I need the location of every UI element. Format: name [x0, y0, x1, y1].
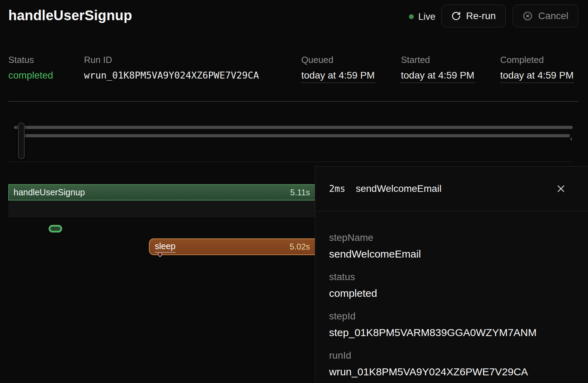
cancel-label: Cancel — [538, 10, 568, 22]
minimap-span-sleep — [20, 134, 570, 137]
function-span-label: handleUserSignup — [14, 187, 85, 197]
step-field: status completed — [329, 271, 574, 299]
step-name-label: stepName — [329, 232, 574, 243]
run-id-value: wrun_01K8PM5VA9Y024XZ6PWE7V29CA — [84, 70, 259, 81]
step-run-id-label: runId — [329, 350, 574, 361]
close-panel-button[interactable] — [555, 183, 566, 194]
step-run-id-value: wrun_01K8PM5VA9Y024XZ6PWE7V29CA — [329, 366, 574, 378]
page-title: handleUserSignup — [8, 8, 132, 23]
step-detail-header: 2ms sendWelcomeEmail — [315, 166, 588, 211]
rerun-button[interactable]: Re-run — [441, 5, 506, 27]
step-pill-marker[interactable] — [49, 225, 62, 233]
queued-label: Queued — [301, 55, 334, 65]
cancel-circle-x-icon — [522, 11, 533, 21]
queued-value: today at 4:59 PM — [301, 70, 375, 83]
step-status-label: status — [329, 271, 574, 283]
close-icon — [556, 184, 566, 194]
started-label: Started — [401, 55, 430, 65]
selected-row-highlight — [8, 201, 315, 217]
sleep-span-label: sleep — [155, 241, 176, 253]
step-title: sendWelcomeEmail — [356, 183, 442, 194]
started-value: today at 4:59 PM — [401, 70, 474, 83]
workflow-run-page: handleUserSignup Live Re-run Cancel Stat… — [0, 0, 588, 383]
header-divider — [8, 101, 579, 102]
run-id-label: Run ID — [84, 55, 112, 65]
rerun-label: Re-run — [466, 10, 496, 22]
status-value: completed — [8, 70, 53, 81]
live-dot-icon — [409, 14, 414, 19]
live-indicator: Live — [409, 11, 436, 22]
step-detail-panel: 2ms sendWelcomeEmail stepName sendWelcom… — [315, 166, 588, 383]
step-id-label: stepId — [329, 311, 574, 322]
step-field: runId wrun_01K8PM5VA9Y024XZ6PWE7V29CA — [329, 350, 574, 378]
completed-label: Completed — [500, 55, 544, 65]
minimap-span-function — [14, 126, 573, 129]
minimap-marker — [571, 138, 572, 140]
step-duration: 2ms — [329, 184, 345, 194]
sleep-span-duration: 5.02s — [289, 242, 310, 252]
timeline-span-sleep[interactable]: sleep 5.02s — [149, 238, 315, 255]
timeline-scrubber-handle[interactable] — [18, 122, 25, 159]
function-span-duration: 5.11s — [290, 188, 310, 197]
timeline-divider — [8, 162, 573, 162]
refresh-icon — [451, 11, 461, 21]
status-label: Status — [8, 55, 34, 65]
cancel-button[interactable]: Cancel — [513, 5, 578, 27]
step-detail-body: stepName sendWelcomeEmail status complet… — [315, 211, 588, 378]
live-label: Live — [418, 11, 436, 22]
step-field: stepId step_01K8PM5VARM839GGA0WZYM7ANM — [329, 311, 574, 339]
step-name-value: sendWelcomeEmail — [329, 248, 574, 260]
completed-value: today at 4:59 PM — [500, 70, 574, 83]
step-id-value: step_01K8PM5VARM839GGA0WZYM7ANM — [329, 326, 574, 339]
step-field: stepName sendWelcomeEmail — [329, 232, 574, 260]
step-status-value: completed — [329, 287, 574, 299]
timeline-span-function[interactable]: handleUserSignup 5.11s — [8, 184, 315, 201]
